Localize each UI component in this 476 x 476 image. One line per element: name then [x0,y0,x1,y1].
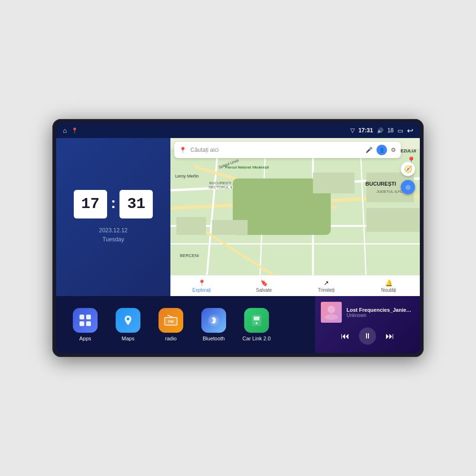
clock-date-value: 2023.12.12 [99,226,128,235]
svg-rect-15 [367,208,420,232]
app-item-maps[interactable]: Maps [107,308,149,341]
map-tab-explore[interactable]: 📍 Explorați [170,279,233,293]
map-roads-svg [170,138,420,296]
svg-rect-11 [176,217,206,235]
music-info: Lost Frequencies_Janieck Devy-... Unknow… [321,302,414,323]
music-thumb-image [321,302,342,323]
music-next-button[interactable]: ⏭ [386,331,394,341]
clock-hour: 17 [74,190,107,218]
map-layers-icon[interactable]: ⚙ [391,147,396,153]
music-thumbnail [321,302,342,323]
radio-label: radio [165,336,177,341]
clock-day-value: Tuesday [99,235,128,244]
car-screen-device: ⌂ 📍 ▽ 17:31 🔊 18 ▭ ↩ 17 : [52,119,424,357]
svg-rect-13 [313,172,354,193]
map-location-button[interactable]: ◎ [401,180,415,194]
music-controls: ⏮ ⏸ ⏭ [321,327,414,345]
music-play-button[interactable]: ⏸ [359,327,376,345]
volume-level: 18 [387,127,394,134]
map-search-pin-icon: 📍 [179,147,187,154]
music-thumb-svg [321,302,342,323]
news-icon: 🔔 [385,279,393,287]
bluetooth-label: Bluetooth [203,336,225,341]
map-background: Parcul Natural Văcărești Leroy Merlin BU… [170,138,420,296]
device-screen: ⌂ 📍 ▽ 17:31 🔊 18 ▭ ↩ 17 : [56,123,420,353]
music-details: Lost Frequencies_Janieck Devy-... Unknow… [347,307,414,318]
carlink-icon [244,308,269,333]
berceni-label: BERCENI [180,253,199,258]
maps-app-icon [121,314,135,327]
app-item-carlink[interactable]: Car Link 2.0 [235,308,278,341]
map-tab-news[interactable]: 🔔 Noutăți [357,279,420,293]
maps-icon [116,308,140,333]
music-player: Lost Frequencies_Janieck Devy-... Unknow… [315,296,420,353]
send-icon: ↗ [324,279,329,287]
explore-icon: 📍 [198,279,206,287]
radio-app-icon: FM [164,314,178,327]
map-area[interactable]: Parcul Natural Văcărești Leroy Merlin BU… [170,138,420,296]
map-user-avatar[interactable]: 👤 [377,145,387,155]
app-item-apps[interactable]: Apps [64,308,107,341]
volume-icon: 🔊 [377,128,384,134]
music-play-icon: ⏸ [364,332,371,340]
bluetooth-app-icon [207,314,220,327]
svg-rect-18 [86,315,91,319]
saved-icon: 🔖 [260,279,268,287]
radio-icon: FM [159,308,183,333]
map-nav-tabs: 📍 Explorați 🔖 Salvate ↗ Trimiteți 🔔 [170,275,420,296]
clock-colon: : [111,194,116,212]
bluetooth-icon [201,308,226,333]
apps-label: Apps [79,336,91,341]
news-label: Noutăți [381,288,397,293]
map-compass-button[interactable]: 🧭 [401,162,415,176]
carlink-app-icon [250,314,263,327]
clock-display: 17 : 31 [74,190,153,218]
park-label: Parcul Natural Văcărești [225,165,269,169]
home-icon[interactable]: ⌂ [63,127,67,134]
main-content: 17 : 31 2023.12.12 Tuesday [56,138,420,353]
music-artist: Unknown [347,313,414,318]
bottom-section: Apps Maps [56,296,420,353]
sector-label: BUCUREȘTI SECTORUL 4 [208,181,232,189]
top-section: 17 : 31 2023.12.12 Tuesday [56,138,420,296]
battery-icon: ▭ [397,127,403,134]
maps-label: Maps [122,336,135,341]
svg-rect-12 [212,220,248,235]
svg-rect-29 [254,317,259,320]
clock-widget: 17 : 31 2023.12.12 Tuesday [56,138,170,296]
clock-minute: 31 [119,190,153,218]
svg-rect-19 [79,321,84,326]
map-tab-saved[interactable]: 🔖 Salvate [233,279,295,293]
apps-grid-icon [79,314,92,327]
send-label: Trimiteți [318,288,335,293]
status-bar: ⌂ 📍 ▽ 17:31 🔊 18 ▭ ↩ [56,123,420,138]
svg-rect-20 [86,321,91,326]
svg-point-21 [127,317,129,320]
music-title: Lost Frequencies_Janieck Devy-... [347,307,414,313]
bucuresti-label: BUCUREȘTI [366,181,396,187]
saved-label: Salvate [256,288,272,293]
map-tab-send[interactable]: ↗ Trimiteți [295,279,357,293]
status-left: ⌂ 📍 [63,127,78,134]
maps-nav-icon[interactable]: 📍 [71,128,78,134]
explore-label: Explorați [192,288,211,293]
map-mic-icon[interactable]: 🎤 [366,147,373,153]
app-item-bluetooth[interactable]: Bluetooth [192,308,235,341]
svg-text:FM: FM [168,319,174,324]
svg-point-30 [256,322,258,324]
carlink-label: Car Link 2.0 [242,336,270,341]
svg-point-32 [327,306,335,313]
app-item-radio[interactable]: FM radio [149,308,192,341]
leroy-label: Leroy Merlin [175,174,199,178]
svg-point-33 [325,314,338,320]
apps-icon [73,308,98,333]
music-prev-button[interactable]: ⏮ [341,331,349,341]
svg-rect-17 [79,315,84,319]
map-search-bar[interactable]: 📍 Căutați aici 🎤 👤 ⚙ [174,142,401,158]
app-grid: Apps Maps [56,296,315,353]
map-search-placeholder[interactable]: Căutați aici [190,147,362,153]
status-right: ▽ 17:31 🔊 18 ▭ ↩ [350,126,413,135]
back-icon[interactable]: ↩ [407,126,413,135]
status-time: 17:31 [358,127,373,134]
clock-date: 2023.12.12 Tuesday [99,226,128,244]
